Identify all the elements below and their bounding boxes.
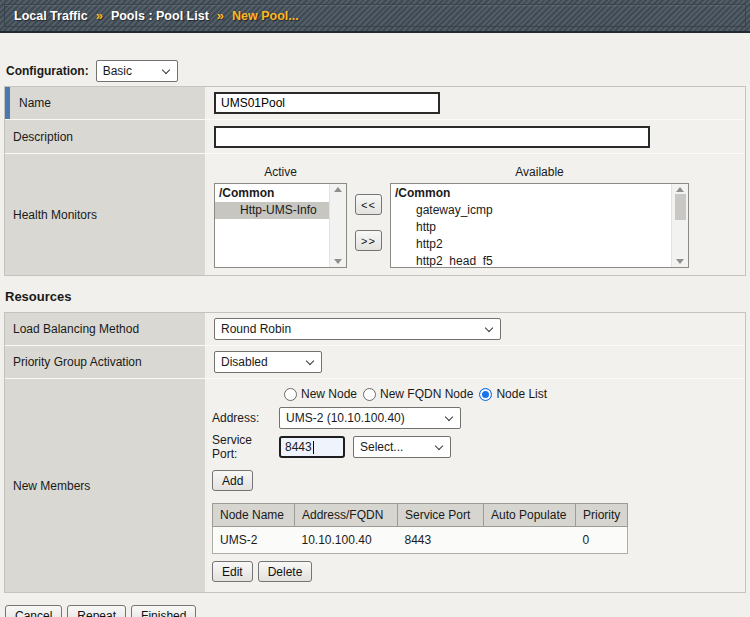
radio-node-list[interactable]: Node List [479, 387, 547, 401]
breadcrumb: Local Traffic » Pools : Pool List » New … [4, 4, 746, 27]
cell-node-name: UMS-2 [213, 527, 295, 554]
delete-button[interactable]: Delete [258, 561, 313, 582]
available-monitors-list[interactable]: /Common gateway_icmp http http2 http2_he… [390, 183, 689, 268]
radio-icon[interactable] [284, 388, 297, 401]
list-item[interactable]: http2 [391, 236, 671, 253]
table-row[interactable]: UMS-2 10.10.100.40 8443 0 [213, 527, 628, 554]
chevron-down-icon [161, 66, 169, 74]
description-row: Description [5, 120, 745, 154]
load-balancing-select[interactable]: Round Robin [214, 318, 501, 340]
radio-label: Node List [496, 387, 547, 401]
member-type-radios: New Node New FQDN Node Node List [284, 387, 737, 401]
form-action-bar: Cancel Repeat Finished [5, 605, 750, 617]
scroll-down-icon[interactable] [334, 259, 342, 264]
list-item[interactable]: http2_head_f5 [391, 253, 671, 267]
list-item[interactable]: /Common [215, 185, 329, 202]
new-members-row: New Members New Node New FQDN Node Node … [5, 379, 745, 592]
health-monitors-row: Health Monitors Active /Common Http-UMS-… [5, 154, 745, 275]
scroll-down-icon[interactable] [676, 259, 684, 264]
move-to-available-button[interactable]: >> [355, 230, 382, 251]
radio-label: New Node [301, 387, 357, 401]
members-table: Node Name Address/FQDN Service Port Auto… [212, 503, 628, 554]
list-item[interactable]: http [391, 219, 671, 236]
service-port-select[interactable]: Select... [353, 436, 451, 458]
active-list-scrollbar[interactable] [329, 184, 346, 267]
address-select[interactable]: UMS-2 (10.10.100.40) [279, 407, 461, 429]
resources-table: Load Balancing Method Round Robin Priori… [4, 312, 746, 593]
priority-group-select-value: Disabled [221, 355, 268, 369]
service-port-value: 8443 [285, 440, 312, 454]
service-port-label: Service Port: [212, 433, 279, 461]
cell-address-fqdn: 10.10.100.40 [295, 527, 398, 554]
edit-button[interactable]: Edit [212, 561, 253, 582]
breadcrumb-item-local-traffic[interactable]: Local Traffic [14, 9, 88, 23]
available-list-header: Available [390, 165, 689, 179]
list-item[interactable]: /Common [391, 185, 671, 202]
service-port-input[interactable]: 8443 [279, 436, 345, 458]
address-label: Address: [212, 411, 279, 425]
col-node-name: Node Name [213, 504, 295, 527]
priority-group-select[interactable]: Disabled [214, 351, 322, 373]
radio-label: New FQDN Node [380, 387, 473, 401]
cell-priority: 0 [576, 527, 628, 554]
list-item[interactable]: gateway_icmp [391, 202, 671, 219]
members-table-header-row: Node Name Address/FQDN Service Port Auto… [213, 504, 628, 527]
breadcrumb-bar: Local Traffic » Pools : Pool List » New … [0, 0, 750, 33]
name-row: Name [5, 87, 745, 120]
text-cursor [313, 441, 314, 454]
load-balancing-label: Load Balancing Method [5, 313, 206, 345]
col-priority: Priority [576, 504, 628, 527]
radio-icon[interactable] [363, 388, 376, 401]
finished-button[interactable]: Finished [131, 605, 196, 617]
col-service-port: Service Port [398, 504, 484, 527]
priority-group-label: Priority Group Activation [5, 346, 206, 378]
list-item[interactable]: Http-UMS-Info [215, 202, 329, 219]
breadcrumb-separator-icon: » [217, 8, 224, 23]
chevron-down-icon [445, 413, 453, 421]
load-balancing-row: Load Balancing Method Round Robin [5, 313, 745, 346]
available-list-scrollbar[interactable] [671, 184, 688, 267]
description-input[interactable] [214, 126, 650, 148]
breadcrumb-item-pool-list[interactable]: Pools : Pool List [111, 9, 209, 23]
configuration-label: Configuration: [6, 64, 89, 78]
configuration-select-value: Basic [103, 64, 132, 78]
configuration-row: Configuration: Basic [6, 60, 750, 82]
address-select-value: UMS-2 (10.10.100.40) [286, 411, 405, 425]
general-properties-table: Name Description Health Monitors Active … [4, 86, 746, 276]
name-label: Name [5, 87, 206, 119]
priority-group-row: Priority Group Activation Disabled [5, 346, 745, 379]
scrollbar-thumb[interactable] [675, 194, 686, 220]
description-label: Description [5, 120, 206, 153]
configuration-select[interactable]: Basic [96, 60, 178, 82]
service-port-select-value: Select... [360, 440, 403, 454]
cell-auto-populate [484, 527, 576, 554]
chevron-down-icon [306, 357, 314, 365]
health-monitors-label: Health Monitors [5, 154, 206, 275]
col-auto-populate: Auto Populate [484, 504, 576, 527]
active-monitors-list[interactable]: /Common Http-UMS-Info [214, 183, 347, 268]
add-button[interactable]: Add [212, 470, 253, 491]
repeat-button[interactable]: Repeat [67, 605, 126, 617]
radio-new-fqdn-node[interactable]: New FQDN Node [363, 387, 473, 401]
radio-selected-icon[interactable] [479, 388, 492, 401]
active-list-header: Active [214, 165, 347, 179]
new-members-label: New Members [5, 379, 206, 592]
breadcrumb-item-new-pool: New Pool... [232, 9, 299, 23]
resources-section-header: Resources [5, 289, 750, 304]
name-input[interactable] [214, 92, 440, 114]
cell-service-port: 8443 [398, 527, 484, 554]
breadcrumb-separator-icon: » [96, 8, 103, 23]
load-balancing-select-value: Round Robin [221, 322, 291, 336]
move-to-active-button[interactable]: << [355, 194, 382, 215]
col-address-fqdn: Address/FQDN [295, 504, 398, 527]
chevron-down-icon [435, 442, 443, 450]
chevron-down-icon [485, 324, 493, 332]
cancel-button[interactable]: Cancel [5, 605, 62, 617]
radio-new-node[interactable]: New Node [284, 387, 357, 401]
